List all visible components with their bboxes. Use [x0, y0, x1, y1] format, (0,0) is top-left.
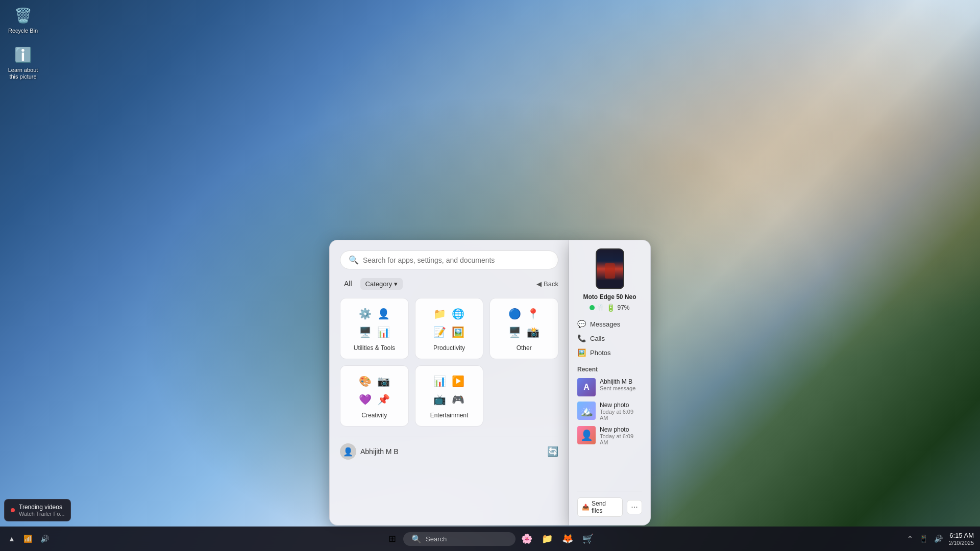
petal-icon: 🌸: [521, 533, 532, 544]
windows-logo-icon: ⊞: [388, 533, 396, 544]
category-utilities-tools[interactable]: ⚙️ 👤 🖥️ 📊 Utilities & Tools: [340, 298, 409, 359]
trending-text: Trending videos Watch Trailer Fo...: [19, 504, 64, 517]
phone-actions: 💬 Messages 📞 Calls 🖼️ Photos: [577, 319, 642, 358]
clock-time: 6:15 AM: [949, 532, 974, 540]
messages-button[interactable]: 💬 Messages: [577, 319, 642, 329]
category-other[interactable]: 🔵 📍 🖥️ 📸 Other: [489, 298, 558, 359]
connection-status-dot: [590, 305, 595, 310]
filter-left: All Category ▾: [340, 278, 403, 290]
camera2-icon: 📷: [375, 373, 391, 389]
taskbar-search-icon: 🔍: [411, 534, 422, 544]
trending-dot: [11, 508, 15, 512]
recent-section: Recent A Abhijith M B Sent message 🏔️ Ne…: [577, 366, 642, 450]
learn-picture-label: Learn about this picture: [5, 67, 41, 80]
expand-tray-icon[interactable]: ▲: [6, 534, 17, 544]
camera-icon: 📸: [525, 324, 542, 340]
utilities-label: Utilities & Tools: [354, 344, 395, 352]
app-categories-grid: ⚙️ 👤 🖥️ 📊 Utilities & Tools 📁 🌐 📝 🖼️ Pro…: [340, 298, 558, 427]
system-tray: ⌃ 📱 🔊: [905, 534, 945, 544]
file-explorer-icon: 📁: [542, 533, 553, 544]
entertainment-icons-grid: 📊 ▶️ 📺 🎮: [432, 373, 467, 408]
user-row: 👤 Abhijith M B 🔄: [340, 437, 558, 460]
xbox-icon: 🎮: [450, 391, 467, 408]
photos-icon: 🖼️: [577, 348, 586, 357]
chevron-up-icon[interactable]: ⌃: [905, 534, 915, 544]
media-player-icon: 📺: [432, 391, 448, 408]
send-files-button[interactable]: 📤 Send files: [577, 497, 623, 517]
back-arrow-icon: ◀: [536, 280, 542, 288]
recycle-bin-icon[interactable]: 🗑️ Recycle Bin: [5, 5, 41, 34]
send-files-label: Send files: [592, 500, 618, 514]
user-avatar: 👤: [340, 443, 356, 460]
recycle-bin-image: 🗑️: [13, 5, 33, 26]
remote-desktop-icon: 🖥️: [357, 324, 373, 340]
phone-link-tray-icon[interactable]: 📱: [917, 534, 930, 544]
recent-thumb-photo2: 👤: [577, 426, 596, 444]
search-bar[interactable]: 🔍: [340, 251, 558, 269]
clock[interactable]: 6:15 AM 2/10/2025: [949, 532, 974, 546]
recent-item-photo1[interactable]: 🏔️ New photo Today at 6:09 AM: [577, 402, 642, 421]
store-taskbar-button[interactable]: 🛒: [579, 530, 597, 548]
taskbar-search-text: Search: [426, 535, 447, 543]
store-taskbar-icon: 🛒: [582, 533, 594, 544]
learn-picture-image: ℹ️: [13, 44, 33, 65]
edge-taskbar-icon: 🦊: [562, 533, 573, 544]
taskbar-left: ▲ 📶 🔊: [6, 534, 51, 544]
folder-icon: 📁: [432, 306, 448, 322]
recent-sub-photo2: Today at 6:09 AM: [600, 433, 642, 445]
photos-label: Photos: [590, 349, 610, 357]
movies-icon: ▶️: [450, 373, 467, 389]
recent-sub-photo1: Today at 6:09 AM: [600, 409, 642, 421]
recent-item-photo2[interactable]: 👤 New photo Today at 6:09 AM: [577, 426, 642, 445]
filter-all-button[interactable]: All: [340, 278, 356, 290]
user-info[interactable]: 👤 Abhijith M B: [340, 443, 399, 460]
recent-sub-abhijith: Sent message: [600, 385, 635, 391]
msn-icon[interactable]: 🌸: [518, 530, 536, 548]
category-entertainment[interactable]: 📊 ▶️ 📺 🎮 Entertainment: [415, 365, 484, 427]
volume-icon[interactable]: 🔊: [38, 534, 51, 544]
recent-item-abhijith[interactable]: A Abhijith M B Sent message: [577, 378, 642, 396]
clipchamp-icon: 💜: [357, 391, 373, 408]
network-icon[interactable]: 📶: [21, 534, 34, 544]
calls-button[interactable]: 📞 Calls: [577, 333, 642, 343]
power-button[interactable]: 🔄: [547, 446, 558, 457]
recent-main-photo1: New photo: [600, 402, 642, 409]
calls-label: Calls: [590, 335, 605, 342]
calls-icon: 📞: [577, 334, 586, 342]
photos-button[interactable]: 🖼️ Photos: [577, 347, 642, 358]
edge-taskbar-button[interactable]: 🦊: [558, 530, 577, 548]
back-button[interactable]: ◀ Back: [536, 280, 558, 288]
category-productivity[interactable]: 📁 🌐 📝 🖼️ Productivity: [415, 298, 484, 359]
search-icon: 🔍: [349, 255, 359, 265]
other-icons-grid: 🔵 📍 🖥️ 📸: [507, 306, 542, 340]
recent-title: Recent: [577, 366, 642, 373]
category-label: Category: [365, 280, 393, 288]
recent-text-abhijith: Abhijith M B Sent message: [600, 378, 635, 391]
recent-main-photo2: New photo: [600, 426, 642, 433]
start-menu: 🔍 All Category ▾ ◀ Back ⚙️: [329, 240, 569, 525]
filter-category-button[interactable]: Category ▾: [360, 278, 403, 290]
search-input[interactable]: [363, 256, 550, 264]
trending-title: Trending videos: [19, 504, 64, 511]
speaker-tray-icon[interactable]: 🔊: [932, 534, 945, 544]
phone-link-icon: 🖥️: [507, 324, 523, 340]
more-options-button[interactable]: ···: [627, 500, 642, 514]
battery-percentage: 97%: [617, 304, 629, 311]
other-label: Other: [517, 344, 532, 352]
filter-row: All Category ▾ ◀ Back: [340, 278, 558, 290]
creativity-label: Creativity: [361, 412, 387, 419]
battery-icon: 🔋: [606, 304, 615, 312]
learn-picture-icon[interactable]: ℹ️ Learn about this picture: [5, 44, 41, 80]
phone-bottom: 📤 Send files ···: [577, 491, 642, 517]
trending-notification[interactable]: Trending videos Watch Trailer Fo...: [4, 499, 71, 521]
taskbar: ▲ 📶 🔊 ⊞ 🔍 Search 🌸 📁 🦊 🛒: [0, 527, 980, 551]
bluetooth-icon: 🦷: [597, 304, 604, 311]
file-explorer-button[interactable]: 📁: [538, 530, 556, 548]
clock-date: 2/10/2025: [949, 540, 974, 546]
taskbar-search[interactable]: 🔍 Search: [403, 532, 516, 546]
office-icon: 🖼️: [450, 324, 467, 340]
creativity-icons-grid: 🎨 📷 💜 📌: [357, 373, 391, 408]
send-files-icon: 📤: [582, 504, 590, 511]
category-creativity[interactable]: 🎨 📷 💜 📌 Creativity: [340, 365, 409, 427]
start-button[interactable]: ⊞: [383, 530, 401, 548]
